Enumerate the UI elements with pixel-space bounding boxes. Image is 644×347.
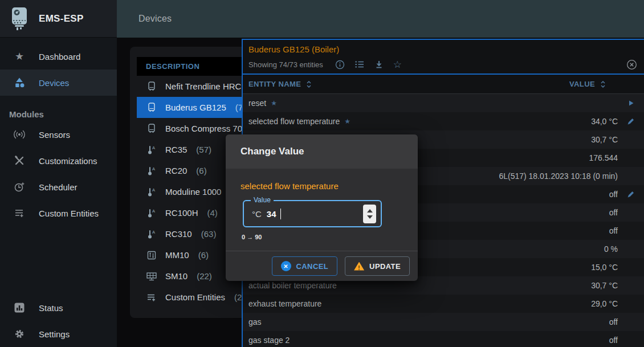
cancel-button-label: CANCEL [296, 262, 329, 271]
entity-value: 29,0 °C [591, 299, 618, 308]
boiler-icon [146, 81, 157, 92]
sidebar: EMS-ESP ★ Dashboard Devices Modules Se [0, 0, 117, 347]
entity-name: reset [248, 99, 266, 108]
value-input[interactable] [267, 209, 280, 219]
svg-text:A: A [152, 145, 155, 150]
sidebar-item-label: Dashboard [39, 52, 80, 62]
sidebar-item-devices[interactable]: Devices [0, 70, 117, 96]
info-icon[interactable] [335, 60, 345, 70]
page-title: Devices [138, 14, 172, 24]
sidebar-item-sensors[interactable]: Sensors [0, 121, 117, 148]
download-icon[interactable] [374, 60, 384, 69]
svg-text:A: A [152, 166, 155, 172]
sort-icon[interactable] [305, 80, 312, 89]
step-up-icon[interactable] [367, 209, 373, 213]
entity-name: gas [248, 317, 262, 326]
entity-value: 30,7 °C [591, 135, 618, 144]
warning-triangle-icon [354, 262, 364, 271]
table-row[interactable]: gas off [243, 313, 644, 331]
sidebar-item-scheduler[interactable]: Scheduler [0, 174, 117, 200]
list-plus-icon [146, 292, 157, 303]
entity-value: 15,0 °C [591, 263, 618, 272]
thermostat-icon: A [146, 187, 157, 197]
sidebar-item-label: Status [39, 303, 63, 313]
column-entity-name[interactable]: ENTITY NAME [248, 80, 301, 88]
value-field[interactable]: Value °C [243, 200, 382, 227]
gear-icon [13, 328, 26, 340]
svg-text:A: A [152, 209, 155, 214]
entity-value: off [609, 190, 618, 199]
svg-text:A: A [152, 230, 155, 235]
entity-table-header: ENTITY NAME VALUE [243, 75, 644, 94]
sort-icon[interactable] [600, 80, 606, 89]
entity-name: selected flow temperature [248, 117, 340, 126]
sidebar-item-label: Scheduler [39, 182, 78, 192]
tools-icon [13, 155, 26, 166]
entity-name: actual boiler temperature [248, 281, 337, 290]
list-plus-icon [13, 208, 26, 218]
thermostat-icon: A [146, 208, 157, 218]
sidebar-item-label: Customizations [39, 156, 97, 166]
app-title: EMS-ESP [39, 13, 84, 25]
solar-module-icon [146, 271, 157, 281]
edit-icon[interactable] [618, 117, 644, 126]
thermostat-icon: A [146, 166, 157, 176]
entity-panel-title: Buderus GB125 (Boiler) [248, 44, 644, 54]
table-row[interactable]: gas stage 2 off [243, 331, 644, 347]
bar-chart-icon [13, 302, 26, 313]
sidebar-item-label: Settings [39, 329, 70, 339]
sensors-icon [13, 129, 26, 140]
dialog-entity-label: selected flow temperature [241, 181, 418, 191]
sidebar-item-custom-entities[interactable]: Custom Entities [0, 200, 117, 226]
boiler-icon [146, 103, 157, 113]
sidebar-item-label: Custom Entities [39, 209, 99, 218]
update-button-label: UPDATE [369, 262, 401, 271]
entity-value: off [609, 336, 618, 345]
boiler-logo-icon [9, 7, 30, 31]
value-field-label: Value [251, 196, 274, 204]
close-panel-icon[interactable] [626, 59, 637, 70]
thermostat-icon: A [146, 145, 157, 155]
entity-value: 6L(517) 18.01.2023 10:18 (0 min) [499, 172, 618, 181]
table-row[interactable]: selected flow temperature ★ 34,0 °C [243, 112, 644, 130]
change-value-dialog: Change Value selected flow temperature V… [226, 134, 418, 281]
table-row[interactable]: exhaust temperature 29,0 °C [243, 295, 644, 313]
text-caret [280, 209, 282, 219]
entity-value: 0 % [604, 244, 618, 254]
entity-panel-toolbar: Showing 74/73 entities ☆ [243, 55, 644, 75]
thermostat-icon: A [146, 229, 157, 239]
sidebar-item-dashboard[interactable]: ★ Dashboard [0, 43, 117, 70]
sidebar-item-label: Sensors [39, 130, 70, 140]
edit-icon[interactable] [618, 190, 644, 199]
value-stepper[interactable] [363, 205, 376, 223]
entity-name: exhaust temperature [248, 299, 321, 308]
run-command-icon[interactable] [618, 99, 644, 107]
dialog-footer: ✕ CANCEL UPDATE [226, 251, 418, 281]
sidebar-item-settings[interactable]: Settings [0, 321, 117, 347]
cancel-button[interactable]: ✕ CANCEL [272, 256, 338, 276]
column-value[interactable]: VALUE [569, 80, 595, 88]
sidebar-item-status[interactable]: Status [0, 295, 117, 321]
boiler-icon [146, 124, 157, 134]
app-header-bar: Devices [117, 0, 644, 38]
modules-section-label: Modules [9, 109, 117, 119]
app-logo-strip: EMS-ESP [0, 0, 117, 38]
favorites-filter-icon[interactable]: ☆ [393, 59, 402, 71]
entity-value: 30,7 °C [591, 281, 618, 290]
entity-value: 34,0 °C [591, 117, 618, 126]
value-range-hint: 0 → 90 [242, 234, 418, 240]
table-row[interactable]: reset ★ [243, 94, 644, 112]
star-icon: ★ [13, 50, 26, 63]
sidebar-item-customizations[interactable]: Customizations [0, 148, 117, 174]
step-down-icon[interactable] [367, 215, 373, 219]
list-view-icon[interactable] [354, 60, 365, 69]
entity-value: 176.544 [589, 153, 618, 162]
dialog-title: Change Value [241, 146, 304, 157]
sidebar-item-label: Devices [39, 78, 69, 88]
update-button[interactable]: UPDATE [345, 256, 410, 276]
dialog-header: Change Value [226, 134, 418, 169]
clock-plus-icon [13, 181, 26, 193]
svg-text:A: A [152, 187, 155, 193]
unit-label: °C [252, 209, 262, 219]
showing-entities-text: Showing 74/73 entities [248, 60, 323, 69]
